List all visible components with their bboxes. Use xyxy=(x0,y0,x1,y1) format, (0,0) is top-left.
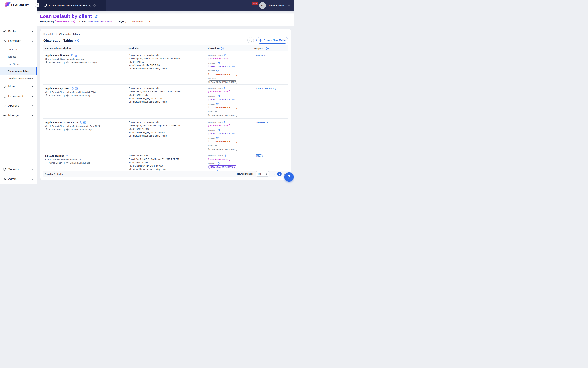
svg-text:ID: ID xyxy=(84,122,85,123)
svg-text:ID: ID xyxy=(76,88,77,89)
svg-text:ID: ID xyxy=(75,55,77,56)
svg-text:ID: ID xyxy=(71,155,72,157)
